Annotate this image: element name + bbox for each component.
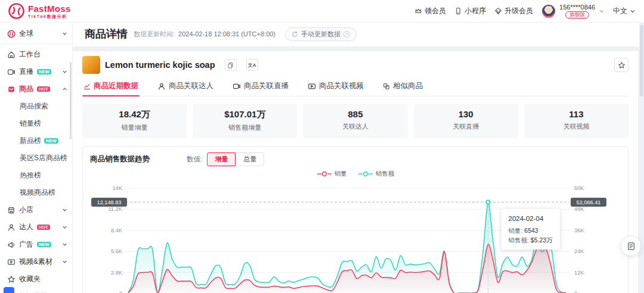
- badge: NEW: [37, 69, 51, 75]
- toggle-总量[interactable]: 总量: [236, 152, 264, 166]
- sidebar-subitem-视频商品榜[interactable]: 视频商品榜: [0, 184, 72, 201]
- chart-legend: 销量 销售额: [90, 170, 621, 178]
- sidebar-scrollbar[interactable]: [70, 62, 72, 139]
- stat-value: 18.42万: [82, 109, 187, 120]
- chevron-down-icon: [599, 8, 605, 14]
- sidebar-item-广告[interactable]: 广告NEW: [0, 236, 72, 253]
- chevron-down-icon: [62, 69, 67, 74]
- page-scrollbar[interactable]: [639, 23, 644, 293]
- avatar[interactable]: [541, 4, 556, 18]
- fastmoss-logo-icon: [8, 3, 24, 19]
- stat-value: 885: [303, 109, 407, 119]
- sidebar-item-直播[interactable]: 直播NEW: [0, 63, 72, 80]
- video-icon: [308, 82, 316, 91]
- copy-button[interactable]: [225, 59, 237, 71]
- chat-widget[interactable]: [4, 287, 14, 293]
- tab-相似商品[interactable]: 相似商品: [382, 80, 424, 96]
- legend-marker-icon: [358, 171, 373, 177]
- sales-trend-chart[interactable]: 002.8K12K5.6K24K8.4K36K11.2K48K14K60K202…: [90, 179, 621, 293]
- topbar-action-领会员[interactable]: 领会员: [414, 6, 446, 16]
- topbar-action-升级会员[interactable]: 升级会员: [494, 6, 533, 16]
- sidebar-subitem-热推榜[interactable]: 热推榜: [0, 167, 72, 184]
- legend-item-销售额[interactable]: 销售额: [358, 170, 395, 178]
- region-selector[interactable]: 全球: [0, 24, 72, 44]
- tab-商品近期数据[interactable]: 商品近期数据: [82, 80, 140, 96]
- stat-value: $107.01万: [193, 109, 297, 120]
- diamond-icon: [494, 7, 502, 15]
- stat-value: 130: [414, 109, 518, 119]
- shop-icon: [7, 206, 16, 214]
- account-menu[interactable]: 156****0846 旗舰版: [541, 4, 605, 18]
- translate-button[interactable]: 文A: [246, 59, 258, 71]
- product-thumbnail[interactable]: [82, 56, 100, 74]
- language-label: 中文: [613, 6, 627, 16]
- copy-icon: [227, 62, 234, 68]
- creator-icon: [7, 223, 16, 232]
- sales-trend-panel: 商品销售数据趋势 数值: 增量总量 销量 销售额 002.8K12K5.6K24…: [82, 146, 628, 293]
- max-left-label: 12,148.83: [91, 198, 127, 207]
- stat-card-关联达人: 885关联达人: [303, 104, 407, 138]
- legend-marker-icon: [317, 171, 332, 177]
- hover-point: [486, 200, 490, 204]
- svg-text:12K: 12K: [574, 270, 584, 276]
- product-tabs: 商品近期数据商品关联达人商品关联直播商品关联视频相似商品: [82, 80, 628, 96]
- sidebar-item-收藏夹[interactable]: 收藏夹: [0, 270, 72, 288]
- legend-item-销量[interactable]: 销量: [317, 170, 347, 178]
- phone-icon: [454, 7, 462, 15]
- tab-商品关联直播[interactable]: 商品关联直播: [231, 80, 290, 96]
- topbar-action-小程序[interactable]: 小程序: [454, 6, 486, 16]
- chevron-down-icon: [62, 207, 67, 213]
- stat-card-销售额增量: $107.01万销售额增量: [193, 104, 297, 138]
- fastmoss-logo[interactable]: FastMoss TikTok数据分析: [8, 3, 73, 19]
- globe-icon: [7, 30, 16, 38]
- trend-icon: [83, 83, 91, 90]
- sidebar-subitem-销量榜[interactable]: 销量榜: [0, 115, 72, 132]
- page-title: 商品详情: [85, 27, 128, 41]
- sidebar-item-达人[interactable]: 达人HOT: [0, 219, 72, 236]
- svg-text:52,066.41: 52,066.41: [577, 200, 601, 205]
- tab-商品关联视频[interactable]: 商品关联视频: [306, 80, 365, 96]
- live-icon: [233, 82, 241, 91]
- sidebar-subitem-美区S店商品榜[interactable]: 美区S店商品榜: [0, 149, 72, 167]
- tab-商品关联达人[interactable]: 商品关联达人: [156, 80, 215, 96]
- product-name: Lemon turmeric kojic soap: [105, 60, 215, 70]
- sidebar-subitem-商品搜索[interactable]: 商品搜索: [0, 98, 72, 115]
- chevron-up-icon: [62, 86, 67, 92]
- manual-refresh-button[interactable]: 手动更新数据 ?: [285, 27, 357, 41]
- favorite-button[interactable]: [614, 58, 628, 72]
- feedback-float-button[interactable]: [621, 236, 641, 256]
- trend-title: 商品销售数据趋势: [90, 154, 150, 164]
- svg-text:0: 0: [119, 291, 122, 293]
- sidebar: 全球工作台直播NEW商品HOT商品搜索销量榜新品榜NEW美区S店商品榜热推榜视频…: [0, 23, 73, 293]
- sidebar-item-小店[interactable]: 小店: [0, 201, 72, 219]
- live-icon: [7, 68, 16, 76]
- sidebar-item-商品[interactable]: 商品HOT: [0, 80, 72, 98]
- chevron-down-icon: [62, 31, 67, 36]
- stat-label: 关联视频: [524, 122, 628, 131]
- toggle-增量[interactable]: 增量: [207, 152, 236, 166]
- sidebar-subitem-新品榜[interactable]: 新品榜NEW: [0, 132, 72, 149]
- info-icon[interactable]: ?: [343, 31, 350, 38]
- language-selector[interactable]: 中文: [613, 6, 636, 16]
- update-time-value: 2024-02-18 12:08:31 (UTC+8:00): [178, 30, 275, 38]
- badge: HOT: [37, 86, 50, 92]
- brand-subtitle: TikTok数据分析: [28, 14, 71, 18]
- sidebar-item-工作台[interactable]: 工作台: [0, 46, 72, 63]
- svg-text:48K: 48K: [574, 206, 584, 212]
- brand-name: FastMoss: [28, 4, 71, 13]
- svg-text:8.4K: 8.4K: [111, 227, 123, 233]
- stat-card-销量增量: 18.42万销量增量: [82, 104, 187, 138]
- chevron-down-icon: [62, 259, 67, 264]
- svg-text:11.2K: 11.2K: [108, 206, 122, 212]
- chevron-down-icon: [62, 242, 67, 247]
- chevron-down-icon: [630, 8, 636, 14]
- badge: NEW: [37, 242, 51, 248]
- crown-icon: [414, 7, 422, 15]
- svg-text:24K: 24K: [574, 248, 584, 254]
- refresh-icon: [292, 31, 298, 38]
- stat-label: 关联直播: [414, 122, 518, 131]
- product-detail-card: Lemon turmeric kojic soap 文A 商品近期数据商品关联达…: [73, 51, 638, 293]
- sidebar-item-视频&素材[interactable]: 视频&素材: [0, 253, 72, 270]
- favorites-icon: [7, 275, 16, 283]
- top-header: FastMoss TikTok数据分析 领会员小程序升级会员 156****08…: [0, 0, 644, 23]
